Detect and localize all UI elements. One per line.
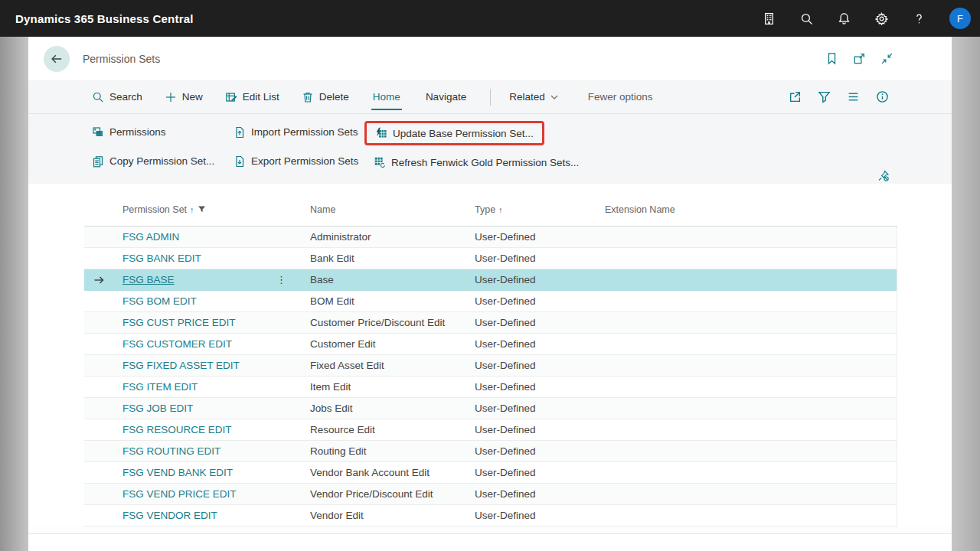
permission-set-link[interactable]: FSG VEND BANK EDIT [122,467,233,478]
table-row[interactable]: FSG JOB EDIT ⋮ Jobs Edit User-Defined [84,398,897,419]
type-cell: User-Defined [471,295,601,307]
tab-navigate[interactable]: Navigate [424,80,468,114]
column-header-type[interactable]: Type ↑ [471,204,601,215]
update-base-permission-set-button[interactable]: Update Base Permission Set... [375,127,534,139]
table-row[interactable]: FSG ROUTING EDIT ⋮ Routing Edit User-Def… [84,441,897,462]
name-cell: Vendor Price/Discount Edit [306,488,471,500]
user-avatar[interactable]: F [949,8,971,29]
collapse-icon[interactable] [880,52,893,65]
back-button[interactable] [44,46,70,72]
table-row[interactable]: FSG BOM EDIT ⋮ BOM Edit User-Defined [84,291,897,312]
edit-list-button[interactable]: Edit List [225,91,279,103]
permission-set-link[interactable]: FSG BOM EDIT [122,295,197,307]
help-icon[interactable] [912,11,926,25]
permission-sets-table: Permission Set ↑ Name Type ↑ Extension N… [84,193,897,527]
bookmark-icon[interactable] [825,52,838,65]
unpin-icon[interactable] [877,169,890,183]
info-icon[interactable] [876,90,889,103]
permission-set-cell: FSG CUST PRICE EDIT ⋮ [122,317,306,328]
settings-icon[interactable] [874,11,888,25]
tab-home[interactable]: Home [371,80,402,114]
type-cell: User-Defined [471,381,601,393]
copy-permission-set-button[interactable]: Copy Permission Set... [92,155,214,168]
table-row[interactable]: FSG BASE ⋮ Base User-Defined [84,269,897,291]
permission-set-link[interactable]: FSG BASE [122,274,175,285]
toolbar-divider [490,89,491,106]
table-row[interactable]: FSG VEND PRICE EDIT ⋮ Vendor Price/Disco… [84,484,897,505]
import-permission-sets-button[interactable]: Import Permission Sets [234,126,358,139]
table-row[interactable]: FSG RESOURCE EDIT ⋮ Resource Edit User-D… [84,419,897,441]
list-end-divider [28,527,952,534]
search-icon [92,91,104,103]
row-selector-cell [84,360,122,372]
table-row[interactable]: FSG VENDOR EDIT ⋮ Vendor Edit User-Defin… [84,505,897,527]
table-row[interactable]: FSG CUST PRICE EDIT ⋮ Customer Price/Dis… [84,312,897,334]
row-selector-cell [84,424,122,436]
page-header: Permission Sets [28,37,952,80]
list-view-icon[interactable] [847,90,860,103]
permission-set-link[interactable]: FSG VENDOR EDIT [122,510,217,521]
table-body: FSG ADMIN ⋮ Administrator User-Defined F… [84,227,897,527]
permission-set-cell: FSG BOM EDIT ⋮ [122,295,306,307]
permission-set-link[interactable]: FSG JOB EDIT [122,403,193,414]
company-icon[interactable] [762,11,776,25]
permissions-button[interactable]: Permissions [92,126,166,139]
column-header-extension-name[interactable]: Extension Name [601,204,897,215]
table-row[interactable]: FSG ADMIN ⋮ Administrator User-Defined [84,227,897,248]
trash-icon [302,91,314,103]
permission-set-link[interactable]: FSG ADMIN [122,231,179,243]
fewer-options-button[interactable]: Fewer options [588,91,653,103]
permission-set-link[interactable]: FSG CUSTOMER EDIT [122,338,232,350]
permissions-icon [92,126,104,139]
search-icon[interactable] [799,11,813,25]
new-button[interactable]: New [165,91,203,103]
type-cell: User-Defined [471,317,601,328]
table-row[interactable]: FSG ITEM EDIT ⋮ Item Edit User-Defined [84,377,897,398]
page-header-actions [825,52,952,65]
toolbar-right-icons [789,90,952,103]
name-cell: Administrator [306,231,471,243]
export-permission-sets-button[interactable]: Export Permission Sets [234,155,358,168]
row-context-menu-icon[interactable]: ⋮ [276,275,286,285]
name-cell: Vendor Bank Account Edit [306,467,471,478]
row-selector-cell [84,445,122,458]
refresh-grid-icon [374,156,386,168]
filter-icon[interactable] [818,90,831,103]
refresh-fenwick-gold-button[interactable]: Refresh Fenwick Gold Permission Sets... [374,156,579,168]
permission-set-link[interactable]: FSG BANK EDIT [122,253,201,264]
permission-set-cell: FSG ITEM EDIT ⋮ [122,381,306,393]
sort-ascending-icon: ↑ [190,205,194,214]
permission-set-cell: FSG ROUTING EDIT ⋮ [122,445,306,457]
permission-set-link[interactable]: FSG ROUTING EDIT [122,445,220,457]
delete-button[interactable]: Delete [302,91,349,103]
open-in-new-window-icon[interactable] [853,52,866,65]
name-cell: Fixed Asset Edit [306,360,471,371]
permission-set-cell: FSG RESOURCE EDIT ⋮ [122,424,306,435]
permission-set-link[interactable]: FSG VEND PRICE EDIT [122,488,237,500]
export-icon [234,155,246,168]
column-header-permission-set[interactable]: Permission Set ↑ [122,204,306,215]
table-row[interactable]: FSG FIXED ASSET EDIT ⋮ Fixed Asset Edit … [84,355,897,377]
row-selector-cell [84,253,122,265]
permission-set-link[interactable]: FSG FIXED ASSET EDIT [122,360,240,371]
name-cell: Customer Price/Discount Edit [306,317,471,328]
permission-set-link[interactable]: FSG RESOURCE EDIT [122,424,232,435]
table-row[interactable]: FSG BANK EDIT ⋮ Bank Edit User-Defined [84,248,897,269]
table-row[interactable]: FSG CUSTOMER EDIT ⋮ Customer Edit User-D… [84,334,897,355]
tab-related[interactable]: Related [508,80,560,114]
permission-set-cell: FSG VEND PRICE EDIT ⋮ [122,488,306,500]
row-selector-cell [84,338,122,350]
permission-set-link[interactable]: FSG CUST PRICE EDIT [122,317,236,328]
share-icon[interactable] [789,90,802,103]
column-header-name[interactable]: Name [306,204,471,215]
name-cell: Vendor Edit [306,510,471,521]
notifications-icon[interactable] [837,11,851,25]
permission-set-cell: FSG VEND BANK EDIT ⋮ [122,467,306,478]
selected-row-arrow-icon [93,274,105,286]
permission-set-link[interactable]: FSG ITEM EDIT [122,381,198,393]
type-cell: User-Defined [471,488,601,500]
table-row[interactable]: FSG VEND BANK EDIT ⋮ Vendor Bank Account… [84,462,897,484]
search-list-button[interactable]: Search [92,91,142,103]
page-card: Permission Sets [28,37,952,551]
column-filter-icon [198,205,206,214]
